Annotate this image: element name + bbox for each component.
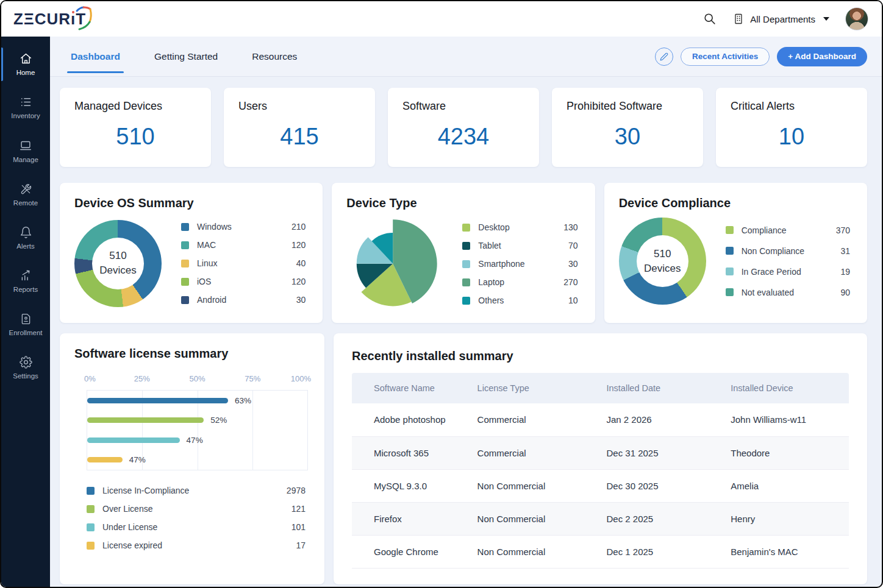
table-row[interactable]: Adobe photoshopCommercialJan 2 2026John … bbox=[352, 403, 849, 436]
legend-item: Not evaluated90 bbox=[726, 282, 850, 303]
device-os-summary-card: Device OS Summary 510Devices Windows210 … bbox=[60, 183, 323, 323]
recent-activities-button[interactable]: Recent Activities bbox=[681, 48, 770, 66]
legend-swatch bbox=[462, 260, 470, 268]
bar[interactable] bbox=[87, 437, 180, 443]
stat-cards-row: Managed Devices 510 Users 415 Software 4… bbox=[60, 88, 867, 167]
app-window: ZΞCURıT All Departments bbox=[0, 0, 883, 588]
device-os-donut-chart[interactable]: 510Devices bbox=[74, 220, 162, 307]
legend-item: In Grace Period19 bbox=[726, 261, 850, 282]
bar[interactable] bbox=[87, 457, 123, 462]
legend-item: Non Compliance31 bbox=[726, 241, 850, 261]
legend-item: License In-Compliance2978 bbox=[87, 481, 306, 500]
device-type-legend: Desktop130 Tablet70 Smartphone30 Laptop2… bbox=[462, 218, 577, 310]
add-dashboard-button[interactable]: + Add Dashboard bbox=[777, 47, 867, 66]
table-row[interactable]: MySQL 9.3.0Non CommercialDec 30 2025Amel… bbox=[352, 469, 849, 502]
legend-swatch bbox=[87, 505, 95, 513]
topbar: ZΞCURıT All Departments bbox=[1, 1, 882, 37]
table-row[interactable]: Google ChromeNon CommercialDec 1 2025Ben… bbox=[352, 535, 849, 568]
stat-card-managed-devices: Managed Devices 510 bbox=[60, 88, 211, 167]
logo-letter: CUR bbox=[35, 10, 71, 29]
bar-row: 63% bbox=[87, 396, 307, 405]
gear-icon bbox=[20, 356, 32, 369]
tab-dashboard[interactable]: Dashboard bbox=[71, 37, 120, 76]
legend-swatch bbox=[462, 297, 470, 305]
laptop-icon bbox=[19, 139, 32, 152]
donut-center-label: 510Devices bbox=[92, 238, 144, 289]
bar[interactable] bbox=[87, 398, 228, 403]
sidebar: Home Inventory Manage Remote Alerts Repo… bbox=[1, 37, 50, 587]
bell-icon bbox=[20, 226, 32, 239]
table-row[interactable]: Microsoft 365CommercialDec 31 2025Theodo… bbox=[352, 436, 849, 469]
logo-letter: Ξ bbox=[24, 10, 35, 29]
recently-installed-summary-card: Recently installed summary Software Name… bbox=[334, 333, 867, 584]
legend-item: Over License121 bbox=[87, 500, 306, 518]
legend-item: Linux40 bbox=[181, 254, 306, 272]
dashboard-content: Managed Devices 510 Users 415 Software 4… bbox=[50, 77, 882, 587]
legend-swatch bbox=[87, 542, 95, 550]
legend-swatch bbox=[462, 242, 470, 250]
logo-letter: Z bbox=[13, 10, 24, 29]
sidebar-item-reports[interactable]: Reports bbox=[1, 267, 50, 296]
x-axis-ticks: 0% 25% 50% 75% 100% bbox=[87, 374, 308, 386]
device-compliance-card: Device Compliance 510Devices Compliance3… bbox=[604, 183, 867, 323]
sidebar-item-inventory[interactable]: Inventory bbox=[1, 93, 50, 122]
chevron-down-icon bbox=[823, 17, 829, 21]
sidebar-item-enrollment[interactable]: Enrollment bbox=[1, 310, 50, 339]
device-type-pie-chart[interactable] bbox=[346, 214, 443, 310]
legend-swatch bbox=[726, 288, 734, 296]
user-avatar[interactable] bbox=[845, 7, 868, 30]
legend-swatch bbox=[181, 260, 189, 267]
bar-row: 52% bbox=[87, 416, 307, 425]
logo-letter-i: ı bbox=[71, 10, 76, 29]
edit-dashboard-button[interactable] bbox=[655, 48, 673, 66]
sidebar-item-home[interactable]: Home bbox=[1, 50, 50, 79]
legend-swatch bbox=[87, 523, 95, 531]
bar[interactable] bbox=[87, 417, 204, 423]
department-label: All Departments bbox=[750, 14, 815, 24]
column-header: Installed Device bbox=[724, 373, 849, 403]
column-header: Installed Date bbox=[600, 373, 724, 403]
chart-icon bbox=[20, 269, 32, 282]
legend-item: Compliance370 bbox=[726, 220, 850, 241]
license-bar-chart: 0% 25% 50% 75% 100% bbox=[74, 374, 308, 554]
column-header: License Type bbox=[471, 373, 601, 403]
department-selector[interactable]: All Departments bbox=[732, 13, 829, 25]
sidebar-item-manage[interactable]: Manage bbox=[1, 136, 50, 166]
sidebar-item-remote[interactable]: Remote bbox=[1, 180, 50, 209]
bar-row: 47% bbox=[87, 455, 307, 464]
search-icon bbox=[703, 12, 717, 26]
legend-item: Under License101 bbox=[87, 518, 306, 536]
legend-swatch bbox=[726, 247, 734, 255]
legend-item: Others10 bbox=[462, 291, 577, 310]
tab-getting-started[interactable]: Getting Started bbox=[154, 37, 218, 76]
legend-item: Desktop130 bbox=[462, 218, 577, 236]
legend-item: Windows210 bbox=[181, 218, 306, 236]
sidebar-item-alerts[interactable]: Alerts bbox=[1, 224, 50, 252]
legend-swatch bbox=[462, 278, 470, 286]
table-row[interactable]: FirefoxNon CommercialDec 2 2025Henry bbox=[352, 502, 849, 535]
legend-swatch bbox=[726, 226, 734, 234]
legend-item: MAC120 bbox=[181, 236, 306, 254]
donut-center-label: 510Devices bbox=[637, 235, 688, 287]
search-button[interactable] bbox=[703, 12, 717, 26]
list-icon bbox=[20, 96, 32, 108]
legend-item: Smartphone30 bbox=[462, 255, 577, 273]
device-compliance-donut-chart[interactable]: 510Devices bbox=[619, 218, 706, 305]
device-type-card: Device Type Desktop130 Tablet70 Smartpho… bbox=[332, 183, 595, 323]
legend-swatch bbox=[462, 224, 470, 232]
tab-bar: Dashboard Getting Started Resources Rece… bbox=[50, 37, 882, 77]
legend-swatch bbox=[181, 296, 189, 304]
home-icon bbox=[20, 52, 32, 65]
sidebar-item-settings[interactable]: Settings bbox=[1, 353, 50, 382]
bar-row: 47% bbox=[87, 436, 307, 445]
tab-resources[interactable]: Resources bbox=[252, 37, 297, 76]
enrollment-icon bbox=[20, 313, 32, 325]
legend-swatch bbox=[181, 223, 189, 231]
legend-swatch bbox=[181, 241, 189, 249]
recently-installed-table: Software Name License Type Installed Dat… bbox=[352, 373, 849, 569]
building-icon bbox=[732, 13, 745, 25]
stat-card-software: Software 4234 bbox=[388, 88, 539, 167]
legend-swatch bbox=[87, 487, 95, 495]
brand-logo: ZΞCURıT bbox=[13, 10, 95, 29]
bar-chart-plot-area: 63% 52% 47% 47% bbox=[87, 390, 308, 470]
